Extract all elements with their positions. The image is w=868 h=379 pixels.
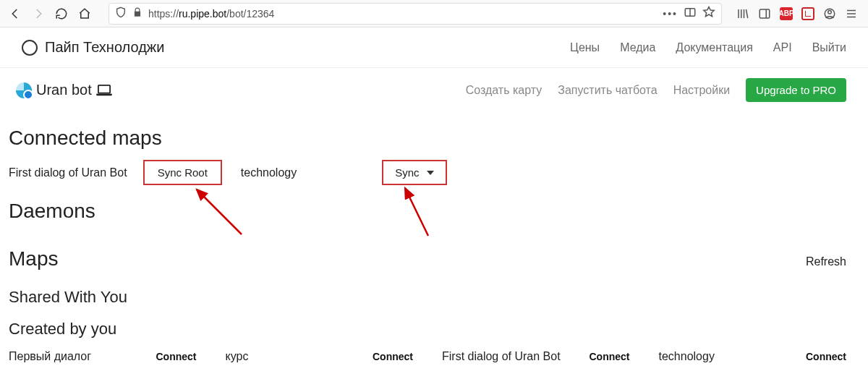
top-nav: Цены Медиа Документация API Выйти bbox=[570, 41, 846, 54]
bot-bar: Uran bot Создать карту Запустить чатбота… bbox=[0, 68, 868, 108]
nav-logout[interactable]: Выйти bbox=[812, 41, 846, 54]
nav-api[interactable]: API bbox=[773, 41, 792, 54]
created-by-you-row: Первый диалог Connect курс Connect First… bbox=[9, 347, 846, 363]
connected-item-2-label: technology bbox=[241, 166, 297, 179]
heading-daemons: Daemons bbox=[9, 200, 846, 223]
list-item: курс Connect bbox=[226, 350, 443, 363]
chevron-down-icon bbox=[427, 171, 434, 175]
botnav-create-map[interactable]: Создать карту bbox=[466, 84, 542, 97]
nav-media[interactable]: Медиа bbox=[620, 41, 655, 54]
map-name[interactable]: First dialog of Uran Bot bbox=[442, 350, 561, 363]
reload-button[interactable] bbox=[51, 3, 72, 25]
svg-rect-14 bbox=[96, 93, 112, 95]
brand[interactable]: Пайп Технолоджи bbox=[22, 39, 164, 56]
brand-name: Пайп Технолоджи bbox=[45, 39, 164, 56]
botnav-settings[interactable]: Настройки bbox=[673, 84, 730, 97]
connected-maps-row: First dialog of Uran Bot Sync Root techn… bbox=[9, 160, 846, 185]
back-button[interactable] bbox=[4, 3, 26, 25]
connect-link[interactable]: Connect bbox=[590, 351, 630, 362]
browser-toolbar: https://ru.pipe.bot/bot/12364 ••• ABP bbox=[0, 0, 868, 27]
list-item: First dialog of Uran Bot Connect bbox=[442, 350, 659, 363]
svg-line-5 bbox=[746, 9, 748, 18]
svg-point-9 bbox=[828, 10, 832, 14]
abp-icon[interactable]: ABP bbox=[778, 6, 794, 22]
address-bar[interactable]: https://ru.pipe.bot/bot/12364 ••• bbox=[109, 3, 722, 25]
nav-prices[interactable]: Цены bbox=[570, 41, 600, 54]
menu-icon[interactable] bbox=[843, 6, 859, 22]
botnav-run-bot[interactable]: Запустить чатбота bbox=[558, 84, 657, 97]
nav-docs[interactable]: Документация bbox=[676, 41, 752, 54]
connect-link[interactable]: Connect bbox=[373, 351, 413, 362]
connected-item-1-label: First dialog of Uran Bot bbox=[9, 166, 127, 179]
svg-rect-6 bbox=[760, 9, 770, 18]
sync-root-button-label: Sync Root bbox=[158, 166, 208, 179]
map-name[interactable]: Первый диалог bbox=[9, 350, 91, 363]
main-content: Connected maps First dialog of Uran Bot … bbox=[0, 108, 868, 363]
connect-link[interactable]: Connect bbox=[156, 351, 197, 362]
list-item: Первый диалог Connect bbox=[9, 350, 226, 363]
site-header: Пайп Технолоджи Цены Медиа Документация … bbox=[0, 27, 868, 68]
sync-button-label: Sync bbox=[395, 166, 419, 179]
list-item: technology Connect bbox=[659, 350, 847, 363]
toolbar-right: ABP bbox=[731, 6, 864, 22]
heading-maps: Maps bbox=[9, 247, 58, 271]
reader-icon[interactable] bbox=[684, 6, 697, 21]
sync-root-button[interactable]: Sync Root bbox=[143, 160, 222, 185]
lock-icon bbox=[132, 7, 142, 20]
sidebar-icon[interactable] bbox=[757, 6, 773, 22]
shield-icon bbox=[115, 7, 127, 20]
forward-button[interactable] bbox=[27, 3, 49, 25]
library-icon[interactable] bbox=[735, 6, 751, 22]
account-icon[interactable] bbox=[822, 6, 838, 22]
bot-title: Uran bot bbox=[36, 82, 92, 98]
svg-rect-13 bbox=[98, 85, 110, 93]
bot-status-icon bbox=[16, 82, 32, 98]
url-text: https://ru.pipe.bot/bot/12364 bbox=[148, 8, 657, 20]
connect-link[interactable]: Connect bbox=[806, 351, 846, 362]
home-button[interactable] bbox=[74, 3, 95, 25]
refresh-link[interactable]: Refresh bbox=[806, 255, 846, 268]
heading-shared: Shared With You bbox=[9, 288, 846, 307]
more-icon[interactable]: ••• bbox=[663, 8, 678, 20]
map-name[interactable]: курс bbox=[226, 350, 249, 363]
mcafee-icon[interactable] bbox=[800, 6, 816, 22]
heading-connected-maps: Connected maps bbox=[9, 127, 846, 150]
bookmark-icon[interactable] bbox=[702, 6, 715, 21]
sync-button[interactable]: Sync bbox=[382, 160, 446, 185]
upgrade-button[interactable]: Upgrade to PRO bbox=[746, 78, 846, 102]
laptop-icon bbox=[96, 84, 112, 97]
heading-created: Created by you bbox=[9, 320, 846, 338]
brand-logo-icon bbox=[22, 40, 38, 56]
map-name[interactable]: technology bbox=[659, 350, 715, 363]
